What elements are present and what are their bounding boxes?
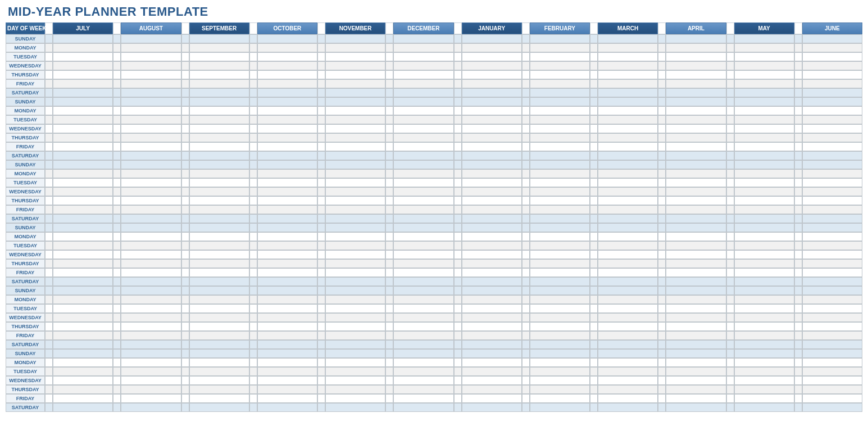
- planner-cell[interactable]: [802, 187, 862, 196]
- planner-cell[interactable]: [325, 79, 385, 88]
- planner-cell[interactable]: [530, 277, 590, 286]
- planner-cell[interactable]: [598, 106, 658, 115]
- planner-cell[interactable]: [802, 124, 862, 133]
- planner-cell[interactable]: [189, 286, 249, 295]
- planner-cell[interactable]: [121, 394, 181, 403]
- planner-cell[interactable]: [325, 97, 385, 106]
- planner-cell[interactable]: [802, 259, 862, 268]
- planner-cell[interactable]: [666, 394, 726, 403]
- planner-cell[interactable]: [325, 385, 385, 394]
- planner-cell[interactable]: [121, 295, 181, 304]
- planner-cell[interactable]: [734, 178, 794, 187]
- planner-cell[interactable]: [598, 169, 658, 178]
- planner-cell[interactable]: [189, 115, 249, 124]
- planner-cell[interactable]: [802, 115, 862, 124]
- planner-cell[interactable]: [393, 295, 453, 304]
- planner-cell[interactable]: [393, 259, 453, 268]
- planner-cell[interactable]: [666, 79, 726, 88]
- planner-cell[interactable]: [598, 313, 658, 322]
- planner-cell[interactable]: [257, 169, 317, 178]
- planner-cell[interactable]: [802, 277, 862, 286]
- planner-cell[interactable]: [802, 295, 862, 304]
- planner-cell[interactable]: [462, 205, 522, 214]
- planner-cell[interactable]: [666, 178, 726, 187]
- planner-cell[interactable]: [462, 349, 522, 358]
- planner-cell[interactable]: [53, 250, 113, 259]
- planner-cell[interactable]: [189, 160, 249, 169]
- planner-cell[interactable]: [734, 295, 794, 304]
- planner-cell[interactable]: [666, 331, 726, 340]
- planner-cell[interactable]: [598, 214, 658, 223]
- planner-cell[interactable]: [462, 259, 522, 268]
- planner-cell[interactable]: [121, 169, 181, 178]
- planner-cell[interactable]: [530, 304, 590, 313]
- planner-cell[interactable]: [189, 250, 249, 259]
- planner-cell[interactable]: [666, 268, 726, 277]
- planner-cell[interactable]: [393, 70, 453, 79]
- planner-cell[interactable]: [666, 241, 726, 250]
- planner-cell[interactable]: [53, 52, 113, 61]
- planner-cell[interactable]: [257, 349, 317, 358]
- planner-cell[interactable]: [257, 223, 317, 232]
- planner-cell[interactable]: [802, 34, 862, 43]
- planner-cell[interactable]: [325, 376, 385, 385]
- planner-cell[interactable]: [189, 61, 249, 70]
- planner-cell[interactable]: [666, 43, 726, 52]
- planner-cell[interactable]: [393, 376, 453, 385]
- planner-cell[interactable]: [257, 115, 317, 124]
- planner-cell[interactable]: [121, 151, 181, 160]
- planner-cell[interactable]: [325, 304, 385, 313]
- planner-cell[interactable]: [734, 52, 794, 61]
- planner-cell[interactable]: [393, 241, 453, 250]
- planner-cell[interactable]: [530, 358, 590, 367]
- planner-cell[interactable]: [666, 250, 726, 259]
- planner-cell[interactable]: [462, 133, 522, 142]
- planner-cell[interactable]: [530, 61, 590, 70]
- planner-cell[interactable]: [598, 403, 658, 412]
- planner-cell[interactable]: [598, 151, 658, 160]
- planner-cell[interactable]: [325, 367, 385, 376]
- planner-cell[interactable]: [393, 367, 453, 376]
- planner-cell[interactable]: [598, 133, 658, 142]
- planner-cell[interactable]: [393, 340, 453, 349]
- planner-cell[interactable]: [189, 259, 249, 268]
- planner-cell[interactable]: [734, 151, 794, 160]
- planner-cell[interactable]: [325, 61, 385, 70]
- planner-cell[interactable]: [802, 358, 862, 367]
- planner-cell[interactable]: [598, 367, 658, 376]
- planner-cell[interactable]: [734, 34, 794, 43]
- planner-cell[interactable]: [802, 376, 862, 385]
- planner-cell[interactable]: [393, 223, 453, 232]
- planner-cell[interactable]: [666, 115, 726, 124]
- planner-cell[interactable]: [802, 133, 862, 142]
- planner-cell[interactable]: [189, 295, 249, 304]
- planner-cell[interactable]: [257, 367, 317, 376]
- planner-cell[interactable]: [734, 97, 794, 106]
- planner-cell[interactable]: [53, 214, 113, 223]
- planner-cell[interactable]: [530, 403, 590, 412]
- planner-cell[interactable]: [257, 205, 317, 214]
- planner-cell[interactable]: [598, 97, 658, 106]
- planner-cell[interactable]: [393, 232, 453, 241]
- planner-cell[interactable]: [121, 322, 181, 331]
- planner-cell[interactable]: [598, 304, 658, 313]
- planner-cell[interactable]: [121, 160, 181, 169]
- planner-cell[interactable]: [393, 331, 453, 340]
- planner-cell[interactable]: [598, 70, 658, 79]
- planner-cell[interactable]: [121, 304, 181, 313]
- planner-cell[interactable]: [257, 286, 317, 295]
- planner-cell[interactable]: [189, 79, 249, 88]
- planner-cell[interactable]: [393, 349, 453, 358]
- planner-cell[interactable]: [598, 268, 658, 277]
- planner-cell[interactable]: [462, 88, 522, 97]
- planner-cell[interactable]: [53, 259, 113, 268]
- planner-cell[interactable]: [462, 79, 522, 88]
- planner-cell[interactable]: [53, 115, 113, 124]
- planner-cell[interactable]: [802, 367, 862, 376]
- planner-cell[interactable]: [121, 124, 181, 133]
- planner-cell[interactable]: [257, 151, 317, 160]
- planner-cell[interactable]: [462, 277, 522, 286]
- planner-cell[interactable]: [53, 286, 113, 295]
- planner-cell[interactable]: [598, 241, 658, 250]
- planner-cell[interactable]: [666, 232, 726, 241]
